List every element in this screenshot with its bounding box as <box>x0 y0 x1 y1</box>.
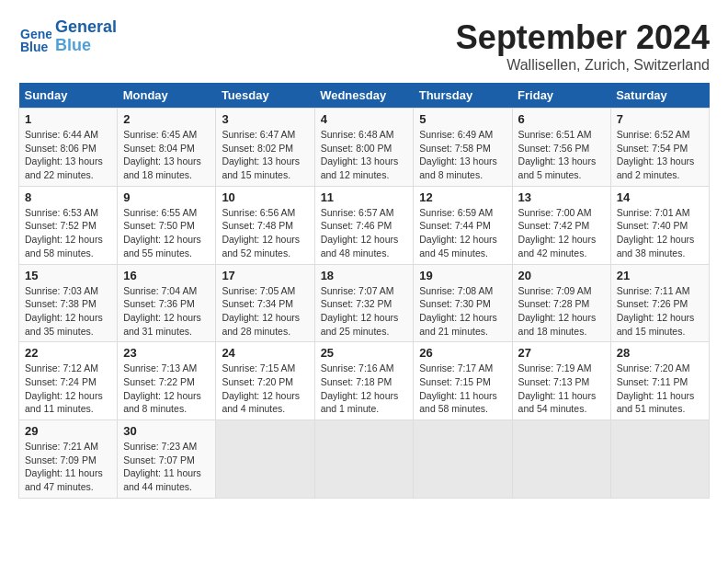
logo-line1: General <box>55 18 117 37</box>
calendar-table: SundayMondayTuesdayWednesdayThursdayFrid… <box>18 83 710 499</box>
day-info: Sunrise: 6:44 AM Sunset: 8:06 PM Dayligh… <box>25 128 111 182</box>
day-number: 25 <box>321 346 408 360</box>
day-number: 15 <box>25 269 111 282</box>
logo: General Blue General Blue <box>18 18 117 55</box>
day-info: Sunrise: 7:01 AM Sunset: 7:40 PM Dayligh… <box>617 206 703 260</box>
calendar-day-cell: 11Sunrise: 6:57 AM Sunset: 7:46 PM Dayli… <box>314 186 414 264</box>
calendar-day-cell: 6Sunrise: 6:51 AM Sunset: 7:56 PM Daylig… <box>512 109 610 187</box>
calendar-day-cell <box>314 420 414 499</box>
day-info: Sunrise: 7:23 AM Sunset: 7:07 PM Dayligh… <box>123 440 210 494</box>
day-info: Sunrise: 6:49 AM Sunset: 7:58 PM Dayligh… <box>419 128 506 182</box>
day-info: Sunrise: 7:09 AM Sunset: 7:28 PM Dayligh… <box>518 284 605 339</box>
calendar-day-cell <box>610 420 709 499</box>
day-info: Sunrise: 7:08 AM Sunset: 7:30 PM Dayligh… <box>419 284 506 339</box>
calendar-day-cell: 4Sunrise: 6:48 AM Sunset: 8:00 PM Daylig… <box>314 109 414 187</box>
day-number: 17 <box>222 269 308 282</box>
day-info: Sunrise: 7:16 AM Sunset: 7:18 PM Dayligh… <box>321 362 408 416</box>
weekday-header: Friday <box>512 83 610 109</box>
day-number: 19 <box>419 269 506 282</box>
day-number: 1 <box>25 112 111 126</box>
calendar-day-cell: 12Sunrise: 6:59 AM Sunset: 7:44 PM Dayli… <box>414 186 512 264</box>
calendar-day-cell: 23Sunrise: 7:13 AM Sunset: 7:22 PM Dayli… <box>118 342 216 420</box>
calendar-day-cell: 2Sunrise: 6:45 AM Sunset: 8:04 PM Daylig… <box>118 109 216 187</box>
page-header: General Blue General Blue September 2024… <box>18 18 710 74</box>
day-number: 22 <box>25 346 111 360</box>
title-block: September 2024 Wallisellen, Zurich, Swit… <box>456 18 710 74</box>
day-info: Sunrise: 6:51 AM Sunset: 7:56 PM Dayligh… <box>518 128 605 182</box>
day-number: 6 <box>518 112 605 126</box>
weekday-header: Tuesday <box>216 83 314 109</box>
day-number: 29 <box>25 424 111 438</box>
calendar-day-cell: 1Sunrise: 6:44 AM Sunset: 8:06 PM Daylig… <box>19 109 118 187</box>
day-info: Sunrise: 6:47 AM Sunset: 8:02 PM Dayligh… <box>222 128 308 182</box>
day-number: 2 <box>123 112 210 126</box>
day-info: Sunrise: 6:56 AM Sunset: 7:48 PM Dayligh… <box>222 206 308 260</box>
weekday-header: Thursday <box>414 83 512 109</box>
day-info: Sunrise: 7:00 AM Sunset: 7:42 PM Dayligh… <box>518 206 605 260</box>
calendar-day-cell: 3Sunrise: 6:47 AM Sunset: 8:02 PM Daylig… <box>216 109 314 187</box>
calendar-day-cell: 14Sunrise: 7:01 AM Sunset: 7:40 PM Dayli… <box>610 186 709 264</box>
calendar-day-cell: 9Sunrise: 6:55 AM Sunset: 7:50 PM Daylig… <box>118 186 216 264</box>
day-info: Sunrise: 7:13 AM Sunset: 7:22 PM Dayligh… <box>123 362 210 416</box>
day-number: 4 <box>321 112 408 126</box>
logo-icon: General Blue <box>18 20 51 53</box>
day-info: Sunrise: 7:21 AM Sunset: 7:09 PM Dayligh… <box>25 440 111 494</box>
day-info: Sunrise: 7:15 AM Sunset: 7:20 PM Dayligh… <box>222 362 308 416</box>
calendar-day-cell: 22Sunrise: 7:12 AM Sunset: 7:24 PM Dayli… <box>19 342 118 420</box>
calendar-day-cell: 28Sunrise: 7:20 AM Sunset: 7:11 PM Dayli… <box>610 342 709 420</box>
day-info: Sunrise: 7:07 AM Sunset: 7:32 PM Dayligh… <box>321 284 408 339</box>
day-number: 20 <box>518 269 605 282</box>
calendar-day-cell: 27Sunrise: 7:19 AM Sunset: 7:13 PM Dayli… <box>512 342 610 420</box>
weekday-header: Saturday <box>610 83 709 109</box>
calendar-day-cell: 10Sunrise: 6:56 AM Sunset: 7:48 PM Dayli… <box>216 186 314 264</box>
day-info: Sunrise: 6:45 AM Sunset: 8:04 PM Dayligh… <box>123 128 210 182</box>
day-info: Sunrise: 6:53 AM Sunset: 7:52 PM Dayligh… <box>25 206 111 260</box>
day-info: Sunrise: 6:57 AM Sunset: 7:46 PM Dayligh… <box>321 206 408 260</box>
month-title: September 2024 <box>456 18 710 57</box>
day-info: Sunrise: 7:17 AM Sunset: 7:15 PM Dayligh… <box>419 362 506 416</box>
day-number: 7 <box>617 112 703 126</box>
day-number: 10 <box>222 190 308 204</box>
day-info: Sunrise: 6:52 AM Sunset: 7:54 PM Dayligh… <box>617 128 703 182</box>
calendar-day-cell <box>414 420 512 499</box>
day-number: 28 <box>617 346 703 360</box>
calendar-day-cell: 30Sunrise: 7:23 AM Sunset: 7:07 PM Dayli… <box>118 420 216 499</box>
calendar-day-cell: 5Sunrise: 6:49 AM Sunset: 7:58 PM Daylig… <box>414 109 512 187</box>
calendar-day-cell: 16Sunrise: 7:04 AM Sunset: 7:36 PM Dayli… <box>118 264 216 342</box>
day-number: 16 <box>123 269 210 282</box>
calendar-day-cell: 29Sunrise: 7:21 AM Sunset: 7:09 PM Dayli… <box>19 420 118 499</box>
calendar-week-row: 29Sunrise: 7:21 AM Sunset: 7:09 PM Dayli… <box>19 420 710 499</box>
calendar-day-cell <box>512 420 610 499</box>
calendar-day-cell: 13Sunrise: 7:00 AM Sunset: 7:42 PM Dayli… <box>512 186 610 264</box>
location: Wallisellen, Zurich, Switzerland <box>456 57 710 74</box>
calendar-week-row: 15Sunrise: 7:03 AM Sunset: 7:38 PM Dayli… <box>19 264 710 342</box>
calendar-header: SundayMondayTuesdayWednesdayThursdayFrid… <box>19 83 710 109</box>
day-info: Sunrise: 6:48 AM Sunset: 8:00 PM Dayligh… <box>321 128 408 182</box>
day-info: Sunrise: 7:11 AM Sunset: 7:26 PM Dayligh… <box>617 284 703 339</box>
day-info: Sunrise: 7:03 AM Sunset: 7:38 PM Dayligh… <box>25 284 111 339</box>
logo-line2: Blue <box>55 37 117 55</box>
calendar-week-row: 8Sunrise: 6:53 AM Sunset: 7:52 PM Daylig… <box>19 186 710 264</box>
day-info: Sunrise: 7:12 AM Sunset: 7:24 PM Dayligh… <box>25 362 111 416</box>
calendar-day-cell: 15Sunrise: 7:03 AM Sunset: 7:38 PM Dayli… <box>19 264 118 342</box>
calendar-day-cell: 19Sunrise: 7:08 AM Sunset: 7:30 PM Dayli… <box>414 264 512 342</box>
day-info: Sunrise: 7:04 AM Sunset: 7:36 PM Dayligh… <box>123 284 210 339</box>
day-number: 5 <box>419 112 506 126</box>
weekday-header: Monday <box>118 83 216 109</box>
weekday-header: Wednesday <box>314 83 414 109</box>
day-number: 13 <box>518 190 605 204</box>
day-info: Sunrise: 6:55 AM Sunset: 7:50 PM Dayligh… <box>123 206 210 260</box>
calendar-week-row: 1Sunrise: 6:44 AM Sunset: 8:06 PM Daylig… <box>19 109 710 187</box>
day-number: 11 <box>321 190 408 204</box>
calendar-day-cell: 18Sunrise: 7:07 AM Sunset: 7:32 PM Dayli… <box>314 264 414 342</box>
calendar-day-cell: 20Sunrise: 7:09 AM Sunset: 7:28 PM Dayli… <box>512 264 610 342</box>
day-number: 14 <box>617 190 703 204</box>
day-number: 24 <box>222 346 308 360</box>
calendar-week-row: 22Sunrise: 7:12 AM Sunset: 7:24 PM Dayli… <box>19 342 710 420</box>
day-info: Sunrise: 7:19 AM Sunset: 7:13 PM Dayligh… <box>518 362 605 416</box>
calendar-day-cell: 7Sunrise: 6:52 AM Sunset: 7:54 PM Daylig… <box>610 109 709 187</box>
weekday-header: Sunday <box>19 83 118 109</box>
day-number: 30 <box>123 424 210 438</box>
day-number: 27 <box>518 346 605 360</box>
calendar-day-cell: 17Sunrise: 7:05 AM Sunset: 7:34 PM Dayli… <box>216 264 314 342</box>
